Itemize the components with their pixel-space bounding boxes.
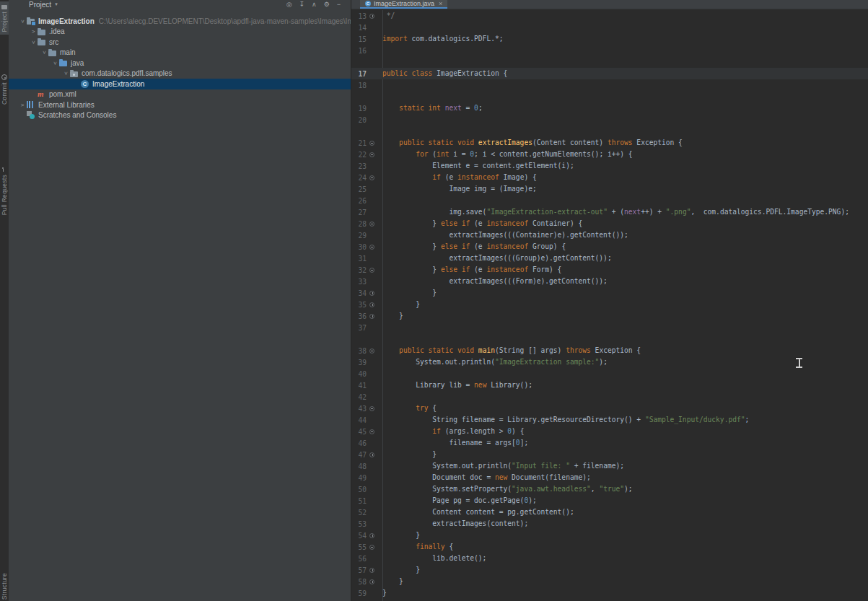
tree-row-com-datalogics-pdfl-samples[interactable]: >com.datalogics.pdfl.samples (9, 69, 351, 79)
code-line-34[interactable]: 34 } (351, 287, 868, 299)
code-editor[interactable]: 13 */1415import com.datalogics.PDFL.*;16… (351, 9, 868, 601)
line-number: 32 (351, 266, 367, 274)
fold-start-icon[interactable] (369, 268, 374, 273)
code-line-33[interactable]: 33 extractImages(((Form)e).getContent())… (351, 276, 868, 287)
chevron-down-icon[interactable]: > (52, 58, 58, 67)
code-line-14[interactable]: 14 (351, 22, 868, 33)
fold-end-icon[interactable] (369, 568, 374, 573)
code-line-31[interactable]: 31 extractImages(((Group)e).getContent()… (351, 253, 868, 264)
code-line-35[interactable]: 35 } (351, 299, 868, 310)
fold-start-icon[interactable] (369, 406, 374, 411)
code-line-30[interactable]: 30 } else if (e instanceof Group) { (351, 241, 868, 253)
locate-file-icon[interactable]: ◎ (286, 0, 292, 9)
code-line-26[interactable]: 26 (351, 195, 868, 206)
code-line-27[interactable]: 27 img.save("ImageExtraction-extract-out… (351, 206, 868, 218)
tree-row-imageextraction[interactable]: CImageExtraction (9, 79, 351, 89)
fold-start-icon[interactable] (369, 221, 374, 227)
fold-start-icon[interactable] (369, 245, 374, 250)
fold-start-icon[interactable] (369, 545, 374, 550)
code-line-41[interactable]: 41 Library lib = new Library(); (351, 380, 868, 391)
chevron-down-icon[interactable]: > (30, 38, 37, 46)
hide-panel-icon[interactable]: − (337, 0, 341, 9)
code-line-37[interactable]: 37 (351, 322, 868, 333)
code-line-15[interactable]: 15import com.datalogics.PDFL.*; (351, 33, 868, 45)
tab-imageextraction-java[interactable]: C ImageExtraction.java × (360, 0, 447, 9)
project-panel-title[interactable]: Project (29, 1, 51, 9)
code-line-49[interactable]: 49 Document doc = new Document(filename)… (351, 472, 868, 483)
fold-start-icon[interactable] (369, 348, 374, 354)
code-line-56[interactable]: 56 lib.delete(); (351, 553, 868, 564)
stripe-item-project[interactable]: Project (0, 1, 9, 35)
code-line-24[interactable]: 24 if (e instanceof Image) { (351, 172, 868, 183)
code-line-16[interactable]: 16 (351, 45, 868, 56)
code-line-22[interactable]: 22 for (int i = 0; i < content.getNumEle… (351, 149, 868, 160)
code-line-39[interactable]: 39 System.out.println("ImageExtraction s… (351, 356, 868, 368)
code-line-50[interactable]: 50 System.setProperty("java.awt.headless… (351, 483, 868, 495)
fold-end-icon[interactable] (369, 14, 374, 19)
code-line-59[interactable]: 59} (351, 587, 868, 599)
tree-row-main[interactable]: >main (9, 48, 351, 58)
code-line-28[interactable]: 28 } else if (e instanceof Container) { (351, 218, 868, 229)
code-line-48[interactable]: 48 System.out.println("Input file: " + f… (351, 460, 868, 472)
tree-row-pom-xml[interactable]: mpom.xml (9, 89, 351, 100)
code-line-32[interactable]: 32 } else if (e instanceof Form) { (351, 264, 868, 276)
fold-start-icon[interactable] (369, 152, 374, 157)
code-line-21[interactable]: 21 public static void extractImages(Cont… (351, 137, 868, 149)
code-line-45[interactable]: 45 if (args.length > 0) { (351, 426, 868, 437)
code-line-20[interactable]: 20 (351, 114, 868, 126)
code-line-25[interactable]: 25 Image img = (Image)e; (351, 183, 868, 195)
line-number: 59 (351, 589, 367, 597)
code-line-40[interactable]: 40 (351, 368, 868, 380)
code-line-58[interactable]: 58 } (351, 576, 868, 587)
code-line-43[interactable]: 43 try { (351, 403, 868, 414)
fold-end-icon[interactable] (369, 314, 374, 319)
line-number: 38 (351, 347, 367, 355)
code-line-18[interactable]: 18 (351, 79, 868, 91)
fold-start-icon[interactable] (369, 141, 374, 146)
code-line-52[interactable]: 52 Content content = pg.getContent(); (351, 506, 868, 518)
tree-row-scratches-and-consoles[interactable]: Scratches and Consoles (9, 110, 351, 121)
tree-row-java[interactable]: >java (9, 58, 351, 69)
code-line-54[interactable]: 54 } (351, 530, 868, 541)
chevron-down-icon[interactable]: ▾ (55, 1, 58, 7)
fold-end-icon[interactable] (369, 579, 374, 584)
chevron-down-icon[interactable]: > (63, 69, 69, 78)
fold-end-icon[interactable] (369, 302, 374, 307)
code-line-38[interactable]: 38 public static void main(String [] arg… (351, 345, 868, 356)
fold-end-icon[interactable] (369, 452, 374, 457)
chevron-right-icon[interactable]: > (18, 102, 27, 108)
chevron-right-icon[interactable]: > (29, 28, 38, 35)
fold-end-icon[interactable] (369, 291, 374, 296)
code-line-42[interactable]: 42 (351, 391, 868, 403)
close-icon[interactable]: × (439, 0, 442, 7)
code-line-23[interactable]: 23 Element e = content.getElement(i); (351, 160, 868, 172)
code-line-51[interactable]: 51 Page pg = doc.getPage(0); (351, 495, 868, 506)
code-line-46[interactable]: 46 filename = args[0]; (351, 437, 868, 449)
code-line-19[interactable]: 19 static int next = 0; (351, 102, 868, 114)
code-line-44[interactable]: 44 String filename = Library.getResource… (351, 414, 868, 426)
chevron-down-icon[interactable]: > (41, 48, 48, 57)
code-line-55[interactable]: 55 finally { (351, 541, 868, 553)
code-line-47[interactable]: 47 } (351, 449, 868, 460)
stripe-item-pull-requests[interactable]: Pull Requests (0, 164, 9, 217)
tree-item-label: pom.xml (49, 90, 76, 98)
fold-start-icon[interactable] (369, 429, 374, 434)
stripe-item-commit[interactable]: Commit (0, 72, 9, 107)
scroll-from-source-icon[interactable]: ↧ (299, 0, 305, 9)
code-line-13[interactable]: 13 */ (351, 10, 868, 22)
code-line-57[interactable]: 57 } (351, 564, 868, 576)
stripe-item-structure[interactable]: Structure (0, 571, 9, 601)
fold-end-icon[interactable] (369, 533, 374, 538)
code-line-29[interactable]: 29 extractImages(((Container)e).getConte… (351, 229, 868, 241)
fold-start-icon[interactable] (369, 175, 374, 180)
code-line-36[interactable]: 36 } (351, 310, 868, 322)
tree-row-idea[interactable]: >.idea (9, 27, 351, 38)
collapse-all-icon[interactable]: ∧ (312, 0, 317, 9)
settings-icon[interactable]: ⚙ (324, 0, 330, 9)
tree-row-external-libraries[interactable]: >External Libraries (9, 100, 351, 110)
code-line-53[interactable]: 53 extractImages(content); (351, 518, 868, 530)
chevron-down-icon[interactable]: > (19, 17, 26, 25)
tree-row-imageextraction[interactable]: >ImageExtractionC:\Users\alecg.DEVELOPME… (9, 16, 351, 27)
tree-row-src[interactable]: >src (9, 37, 351, 48)
code-line-17[interactable]: 17public class ImageExtraction { (351, 68, 868, 79)
